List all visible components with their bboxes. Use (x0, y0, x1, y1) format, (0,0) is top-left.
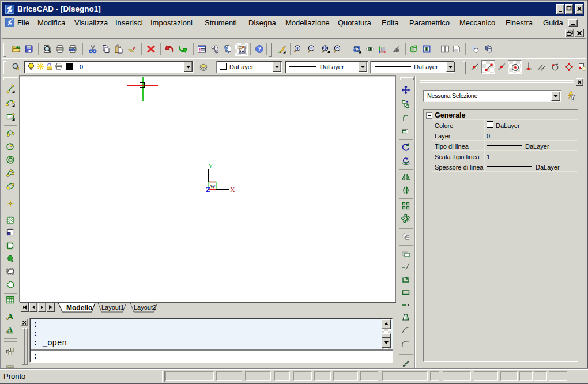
svg-text:W: W (210, 183, 216, 190)
svg-text:X: X (230, 186, 235, 193)
svg-text:Modello: Modello (66, 304, 92, 312)
svg-text:Z: Z (206, 186, 210, 193)
svg-text:Y: Y (208, 162, 213, 170)
svg-text:?: ? (258, 46, 261, 52)
svg-text:Layout2: Layout2 (134, 304, 156, 311)
svg-text:Layout1: Layout1 (101, 304, 124, 311)
